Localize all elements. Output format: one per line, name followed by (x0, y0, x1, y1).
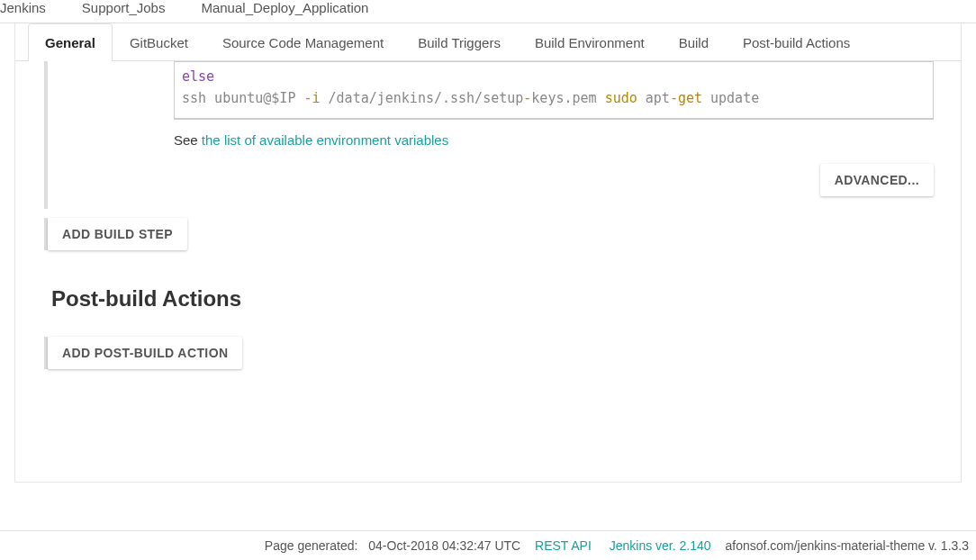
code-token: ssh (182, 90, 206, 106)
footer: Page generated: 04-Oct-2018 04:32:47 UTC… (0, 530, 976, 560)
add-build-step-button[interactable]: Add build step (48, 218, 187, 250)
add-post-build-action-button[interactable]: Add post-build action (48, 337, 242, 369)
tab-post-build-actions[interactable]: Post-build Actions (726, 23, 867, 61)
breadcrumb-item-support-jobs[interactable]: Support_Jobs (82, 0, 166, 15)
tab-build-triggers[interactable]: Build Triggers (401, 23, 518, 61)
shell-command-textarea[interactable]: else ssh ubuntu@$IP -i /data/jenkins/.ss… (174, 61, 934, 120)
post-build-actions-heading: Post-build Actions (51, 286, 943, 312)
footer-version-link[interactable]: Jenkins ver. 2.140 (610, 538, 711, 553)
code-token: keys (531, 90, 564, 106)
help-text: See the list of available environment va… (174, 132, 934, 148)
code-token: ubuntu@$IP (206, 90, 303, 106)
code-keyword-else: else (182, 68, 214, 85)
tab-general[interactable]: General (28, 23, 113, 61)
add-post-build-bar: Add post-build action (44, 337, 242, 369)
code-token: - (523, 90, 531, 106)
tab-gitbucket[interactable]: GitBucket (113, 23, 205, 61)
code-token: sudo (605, 90, 637, 106)
advanced-button[interactable]: Advanced... (820, 164, 934, 196)
footer-generated-time: 04-Oct-2018 04:32:47 UTC (368, 538, 520, 553)
code-token: . (564, 90, 572, 106)
code-token: - (670, 90, 678, 106)
content-area: else ssh ubuntu@$IP -i /data/jenkins/.ss… (15, 61, 961, 387)
tab-build[interactable]: Build (662, 23, 726, 61)
code-token: update (702, 90, 759, 106)
footer-rest-api-link[interactable]: REST API (535, 538, 592, 553)
env-vars-link[interactable]: the list of available environment variab… (202, 132, 448, 148)
footer-theme: afonsof.com/jenkins-material-theme v. 1.… (725, 538, 969, 553)
code-token: /data/jenkins/.ssh/setup (321, 90, 524, 106)
tab-scm[interactable]: Source Code Management (205, 23, 401, 61)
footer-generated-label: Page generated: (265, 538, 361, 553)
build-step: else ssh ubuntu@$IP -i /data/jenkins/.ss… (44, 61, 943, 209)
code-token: apt (637, 90, 670, 106)
breadcrumb-item-manual-deploy[interactable]: Manual_Deploy_Application (201, 0, 368, 15)
code-token: get (678, 90, 702, 106)
config-panel: General GitBucket Source Code Management… (14, 23, 962, 483)
add-build-step-bar: Add build step (44, 218, 187, 250)
code-token: pem (573, 90, 605, 106)
breadcrumb: Jenkins Support_Jobs Manual_Deploy_Appli… (0, 0, 976, 23)
breadcrumb-item-jenkins[interactable]: Jenkins (0, 0, 46, 15)
config-tabs: General GitBucket Source Code Management… (15, 23, 961, 61)
code-token: -i (303, 90, 320, 106)
help-prefix: See (174, 132, 202, 148)
tab-build-environment[interactable]: Build Environment (518, 23, 662, 61)
